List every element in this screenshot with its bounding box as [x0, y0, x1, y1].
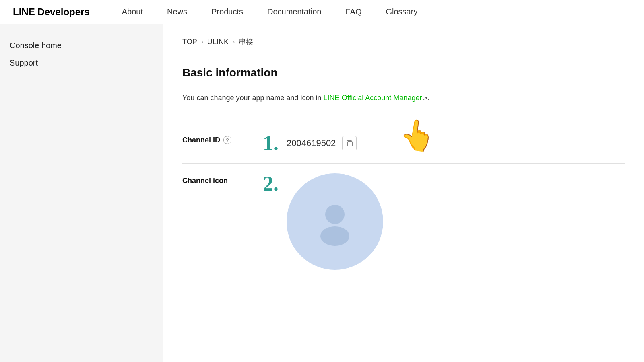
line-official-account-manager-link[interactable]: LINE Official Account Manager	[324, 94, 422, 102]
nav-about[interactable]: About	[122, 7, 143, 16]
breadcrumb-current: 串接	[239, 37, 253, 47]
channel-id-value: 2004619502	[287, 138, 336, 148]
nav-documentation[interactable]: Documentation	[267, 7, 322, 16]
copy-icon-svg	[346, 140, 353, 147]
channel-icon-content: 2.	[263, 173, 625, 270]
sidebar-item-support[interactable]: Support	[10, 54, 153, 72]
nav-glossary[interactable]: Glossary	[386, 7, 418, 16]
channel-id-label: Channel ID ?	[182, 133, 263, 144]
copy-channel-id-button[interactable]	[342, 136, 357, 150]
breadcrumb-top[interactable]: TOP	[182, 38, 197, 46]
description-text: You can change your app name and icon in…	[182, 92, 625, 104]
description-prefix: You can change your app name and icon in	[182, 94, 324, 102]
site-logo[interactable]: LINE Developers	[13, 6, 90, 18]
sidebar-item-console-home[interactable]: Console home	[10, 37, 153, 54]
step-2-number: 2.	[263, 173, 279, 194]
channel-icon-avatar[interactable]	[287, 173, 383, 270]
sidebar: Console home Support	[0, 24, 163, 362]
breadcrumb-sep-1: ›	[201, 38, 203, 45]
person-avatar-svg	[311, 197, 359, 246]
nav-products[interactable]: Products	[211, 7, 243, 16]
channel-id-row: Channel ID ? 1. 2004619502 👆	[182, 123, 625, 164]
nav-faq[interactable]: FAQ	[345, 7, 361, 16]
svg-rect-0	[348, 142, 352, 146]
external-link-icon: ↗	[423, 95, 427, 101]
pointer-hand: 👆	[397, 118, 438, 153]
page-title: Basic information	[182, 66, 625, 79]
channel-icon-row: Channel icon 2.	[182, 164, 625, 280]
breadcrumb-ulink[interactable]: ULINK	[207, 38, 229, 46]
nav-news[interactable]: News	[167, 7, 187, 16]
nav-links: About News Products Documentation FAQ Gl…	[122, 7, 418, 16]
svg-point-1	[325, 205, 345, 224]
channel-id-value-area: 1. 2004619502 👆	[263, 133, 625, 154]
channel-icon-label: Channel icon	[182, 173, 263, 185]
description-suffix: .	[427, 94, 429, 102]
svg-point-2	[320, 226, 349, 246]
channel-id-help-icon[interactable]: ?	[223, 136, 231, 144]
breadcrumb: TOP › ULINK › 串接	[182, 37, 625, 53]
breadcrumb-sep-2: ›	[233, 38, 235, 45]
main-layout: Console home Support TOP › ULINK › 串接 Ba…	[0, 24, 644, 362]
content-area: TOP › ULINK › 串接 Basic information You c…	[163, 24, 644, 362]
step-1-number: 1.	[263, 133, 279, 154]
top-navigation: LINE Developers About News Products Docu…	[0, 0, 644, 24]
